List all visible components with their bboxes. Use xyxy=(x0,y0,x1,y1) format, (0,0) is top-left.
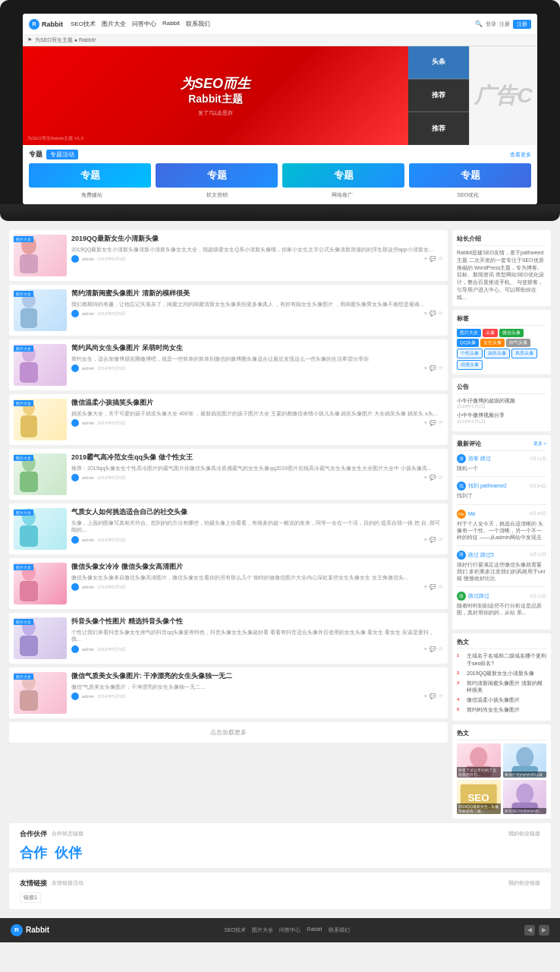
nav-link-seo[interactable]: SEO技术 xyxy=(71,20,96,28)
like-icon[interactable]: ♥ xyxy=(424,646,427,652)
comment-name[interactable]: 游客 路过 xyxy=(468,455,491,462)
like-icon[interactable]: ♥ xyxy=(424,256,427,262)
share-icon[interactable]: ⟳ xyxy=(439,475,443,481)
share-icon[interactable]: ⟳ xyxy=(439,693,443,699)
like-icon[interactable]: ♥ xyxy=(424,311,427,317)
comment-name[interactable]: 路过 路过5 xyxy=(468,551,494,559)
next-icon[interactable]: ▶ xyxy=(539,925,549,936)
footer-link-0[interactable]: SEO技术 xyxy=(225,926,247,934)
tag-0[interactable]: 图片大全 xyxy=(457,329,481,337)
topic-card-2[interactable]: 专题 xyxy=(282,163,404,188)
site-logo[interactable]: R Rabbit xyxy=(29,19,63,30)
like-icon[interactable]: ♥ xyxy=(424,537,427,543)
article-title[interactable]: 简约清新闺蜜头像图片 清新的模样很美 xyxy=(71,289,443,298)
notice-item-0[interactable]: 小牛仔微博的超级的视频 2019年5月2日 xyxy=(457,397,546,410)
topic-tab-active[interactable]: 专题活动 xyxy=(46,150,78,159)
article-title[interactable]: 微信温柔小孩搞笑头像图片 xyxy=(71,399,443,408)
hot-item-1[interactable]: 2 2019QQ最新女生小清新头像 xyxy=(457,670,546,677)
hot-item-4[interactable]: 5 简约时尚女生头像图片 xyxy=(457,706,546,714)
comment-name[interactable]: 路过路过 xyxy=(468,592,489,600)
article-title[interactable]: 简约风尚女生头像图片 呆萌时尚女生 xyxy=(71,344,443,353)
hot-img-3[interactable]: 抖引SEO你想的的想... xyxy=(503,780,547,814)
hot-img-0[interactable]: 抖音了才让不行的了当前那图片与... xyxy=(457,743,501,778)
comment-more[interactable]: 更多 > xyxy=(533,440,546,447)
hot-item-2[interactable]: 3 简约清新闺蜜头像图片 清新的模样很美 xyxy=(457,680,546,695)
register-button[interactable]: 注册 xyxy=(499,21,510,28)
topic-card-1[interactable]: 专题 xyxy=(156,163,278,188)
signup-button[interactable]: 注册 xyxy=(513,20,531,29)
share-icon[interactable]: ⟳ xyxy=(439,584,443,590)
comment-icon[interactable]: 💬 xyxy=(429,365,436,371)
comment-icon[interactable]: 💬 xyxy=(429,646,436,652)
comment-icon[interactable]: 💬 xyxy=(429,256,436,262)
hero-ad[interactable]: 广告C xyxy=(469,46,537,145)
tag-2[interactable]: 微信头像 xyxy=(499,329,524,337)
article-title[interactable]: 气质女人如何挑选适合自己的社交头像 xyxy=(71,508,443,517)
footer-link-3[interactable]: Rabbit xyxy=(307,926,322,934)
nav-link-pics[interactable]: 图片大全 xyxy=(102,20,126,28)
article-title[interactable]: 2019霸气高冷范女生qq头像 做个性女王 xyxy=(71,453,443,462)
tag-5[interactable]: 帅气头像 xyxy=(506,339,530,347)
tag-3[interactable]: QQ头像 xyxy=(457,339,479,347)
nav-link-contact[interactable]: 联系我们 xyxy=(186,20,210,28)
feature-3[interactable]: SEO优化 xyxy=(458,191,480,199)
article-title[interactable]: 抖音头像个性图片 精选抖音头像个性 xyxy=(71,617,443,626)
feature-0[interactable]: 免费建站 xyxy=(81,191,102,199)
like-icon[interactable]: ♥ xyxy=(424,693,427,699)
footer-link-1[interactable]: 图片大全 xyxy=(252,926,273,934)
partner-card-1[interactable]: 伙伴 xyxy=(55,844,82,862)
friend-link-0[interactable]: 链接1 xyxy=(20,892,41,903)
topic-card-3[interactable]: 专题 xyxy=(409,163,531,188)
search-icon[interactable]: 🔍 xyxy=(475,21,483,27)
hero-side-headline[interactable]: 头条 xyxy=(408,46,469,79)
hot-img-1[interactable]: 将你行使的的的所以就 xyxy=(503,743,547,778)
share-icon[interactable]: ⟳ xyxy=(439,537,443,543)
topic-more[interactable]: 查看更多 xyxy=(510,151,531,159)
like-icon[interactable]: ♥ xyxy=(424,584,427,590)
hero-side-recommend2[interactable]: 推荐 xyxy=(408,112,469,145)
tag-7[interactable]: 搞笑头像 xyxy=(484,349,510,358)
comment-icon[interactable]: 💬 xyxy=(429,693,436,699)
comment-icon[interactable]: 💬 xyxy=(429,311,436,317)
comment-icon[interactable]: 💬 xyxy=(429,475,436,481)
tag-9[interactable]: 动漫头像 xyxy=(457,360,483,370)
comment-icon[interactable]: 💬 xyxy=(429,537,436,543)
friends-more[interactable]: 我的创业链接 xyxy=(508,879,540,887)
feature-2[interactable]: 网络推广 xyxy=(332,191,353,199)
tag-8[interactable]: 风景头像 xyxy=(511,349,537,358)
partners-more[interactable]: 我的创业链接 xyxy=(508,830,540,838)
share-icon[interactable]: ⟳ xyxy=(439,420,443,426)
feature-1[interactable]: 软文营销 xyxy=(206,191,228,199)
like-icon[interactable]: ♥ xyxy=(424,420,427,426)
share-icon[interactable]: ⟳ xyxy=(439,646,443,652)
hot-item-3[interactable]: 4 微信温柔小孩头像图片 xyxy=(457,696,546,704)
comment-name[interactable]: 找到 pathname2 xyxy=(468,482,507,490)
like-icon[interactable]: ♥ xyxy=(424,475,427,481)
nav-link-qa[interactable]: 问答中心 xyxy=(132,20,156,28)
tag-1[interactable]: 头像 xyxy=(483,329,498,337)
hero-side-recommend1[interactable]: 推荐 xyxy=(408,80,469,112)
tag-4[interactable]: 女生头像 xyxy=(480,339,505,347)
load-more-button[interactable]: 点击加载更多 xyxy=(9,722,448,743)
partner-card-0[interactable]: 合作 xyxy=(20,844,47,862)
comment-name[interactable]: Me xyxy=(468,511,476,516)
article-title[interactable]: 微信头像女冷冷 微信头像女高清图片 xyxy=(71,563,443,572)
comment-icon[interactable]: 💬 xyxy=(429,584,436,590)
hot-img-2[interactable]: SEO 2019QQ最新女生...头像目标还有二级... xyxy=(457,780,501,814)
footer-link-4[interactable]: 联系我们 xyxy=(329,926,350,934)
like-icon[interactable]: ♥ xyxy=(424,365,427,371)
notice-item-1[interactable]: 小中牛微博视频分享 2019年5月1日 xyxy=(457,412,546,424)
share-icon[interactable]: ⟳ xyxy=(439,311,443,317)
share-icon[interactable]: ⟳ xyxy=(439,365,443,371)
tag-6[interactable]: 个性头像 xyxy=(457,349,483,358)
comment-icon[interactable]: 💬 xyxy=(429,420,436,426)
prev-icon[interactable]: ◀ xyxy=(524,925,535,936)
article-title[interactable]: 2019QQ最新女生小清新头像 xyxy=(71,235,443,244)
hot-item-0[interactable]: 1 主域名子名域和二级域名哪个更利于seo排名? xyxy=(457,652,546,667)
topic-card-0[interactable]: 专题 xyxy=(29,163,151,188)
share-icon[interactable]: ⟳ xyxy=(439,256,443,262)
hero-banner[interactable]: 为SEO而生 Rabbit主题 发了7以走恶亦 为SEO而生Rabbit主题 V… xyxy=(23,46,408,145)
footer-link-2[interactable]: 问答中心 xyxy=(279,926,300,934)
nav-link-rabbit[interactable]: Rabbit xyxy=(162,20,180,28)
article-title[interactable]: 微信气质美女头像图片: 干净漂亮的女生头像独一无二 xyxy=(71,672,443,681)
